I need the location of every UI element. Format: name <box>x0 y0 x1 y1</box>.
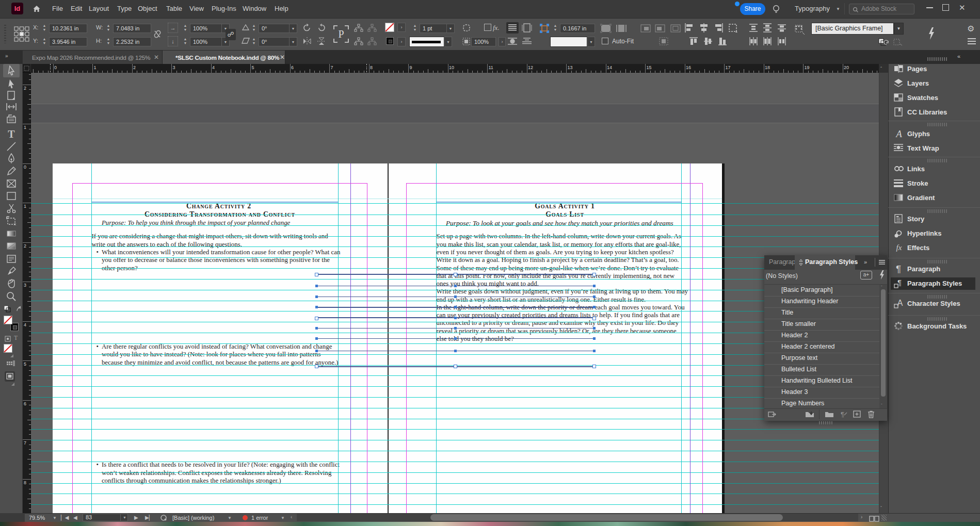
svg-text:T: T <box>8 128 15 140</box>
svg-text:A: A <box>895 128 902 139</box>
svg-text:fx: fx <box>896 243 902 252</box>
svg-text:¶: ¶ <box>841 410 844 418</box>
svg-text:¶: ¶ <box>896 264 901 274</box>
svg-text:P: P <box>338 28 344 40</box>
